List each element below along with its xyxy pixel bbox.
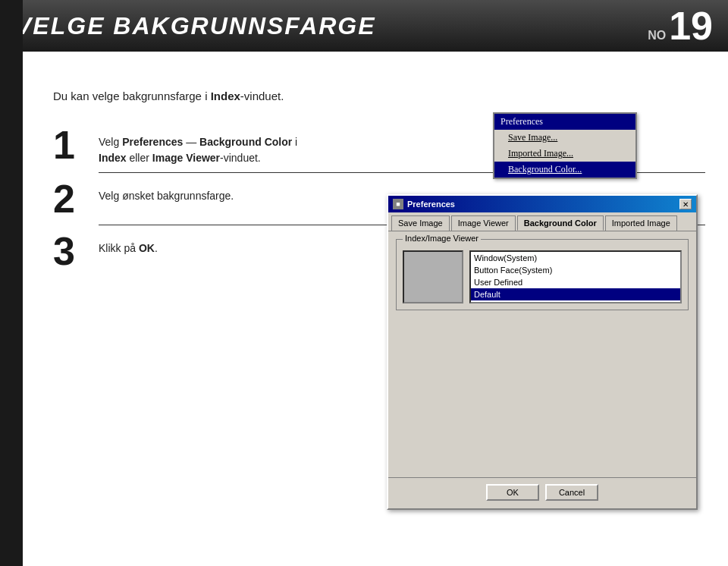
cancel-button[interactable]: Cancel	[545, 484, 598, 501]
dialog-title-label: Preferences	[407, 200, 455, 209]
dialog-group-content: Window(System) Button Face(System) User …	[403, 250, 682, 303]
dialog-title: ■ Preferences	[393, 199, 455, 209]
color-option-window[interactable]: Window(System)	[471, 252, 680, 264]
dialog-window: ■ Preferences ✕ Save Image Image Viewer …	[387, 194, 698, 510]
subtitle-text-before: Du kan velge bakgrunnsfarge i	[53, 90, 211, 102]
dialog-group-viewer: Index/Image Viewer Window(System) Button…	[396, 239, 689, 310]
tab-image-viewer[interactable]: Image Viewer	[451, 215, 516, 231]
dialog-spacer	[396, 318, 689, 470]
dialog-footer: OK Cancel	[388, 477, 696, 508]
dialog-body: Index/Image Viewer Window(System) Button…	[388, 231, 696, 477]
step-1-number: 1	[53, 125, 91, 165]
dialog-tabs: Save Image Image Viewer Background Color…	[388, 212, 696, 231]
page-number-container: NO 19	[648, 6, 713, 46]
dropdown-item-imported[interactable]: Imported Image...	[494, 146, 635, 162]
dialog-group-label: Index/Image Viewer	[403, 234, 481, 243]
step-3-number: 3	[53, 231, 91, 271]
right-screenshots: Preferences Save Image... Imported Image…	[387, 112, 705, 510]
no-label: NO	[648, 29, 666, 42]
step-1-text: Velg Preferences — Background Color iInd…	[99, 125, 297, 166]
subtitle: Du kan velge bakgrunnsfarge i Index-vind…	[53, 90, 705, 102]
dropdown-header: Preferences	[494, 114, 635, 130]
step-3-text: Klikk på OK.	[99, 231, 158, 256]
tab-imported-image[interactable]: Imported Image	[605, 215, 677, 231]
ok-button[interactable]: OK	[486, 484, 539, 501]
color-option-user-defined[interactable]: User Defined	[471, 276, 680, 288]
color-list[interactable]: Window(System) Button Face(System) User …	[469, 250, 682, 303]
step-2-label: Velg ønsket bakgrunnsfarge.	[99, 190, 234, 202]
dropdown-item-background[interactable]: Background Color...	[494, 162, 635, 178]
tab-background-color[interactable]: Background Color	[517, 215, 604, 231]
subtitle-text-after: -vinduet.	[240, 90, 284, 102]
step-2-number: 2	[53, 179, 91, 219]
tab-save-image[interactable]: Save Image	[391, 215, 450, 231]
color-option-default[interactable]: Default	[471, 288, 680, 300]
dialog-icon: ■	[393, 199, 403, 209]
dropdown-menu: Preferences Save Image... Imported Image…	[493, 112, 637, 179]
no-number: 19	[669, 6, 713, 46]
dialog-close-button[interactable]: ✕	[679, 199, 692, 209]
dialog-titlebar: ■ Preferences ✕	[388, 196, 696, 212]
step-2-text: Velg ønsket bakgrunnsfarge.	[99, 179, 234, 204]
subtitle-bold: Index	[211, 90, 240, 102]
page-title: VELGE BAKGRUNNSFARGE	[15, 12, 376, 40]
header: VELGE BAKGRUNNSFARGE NO 19	[0, 0, 728, 52]
color-option-button-face[interactable]: Button Face(System)	[471, 264, 680, 276]
main-content: Du kan velge bakgrunnsfarge i Index-vind…	[0, 52, 728, 286]
dropdown-item-save[interactable]: Save Image...	[494, 130, 635, 146]
color-preview-box	[403, 250, 463, 303]
